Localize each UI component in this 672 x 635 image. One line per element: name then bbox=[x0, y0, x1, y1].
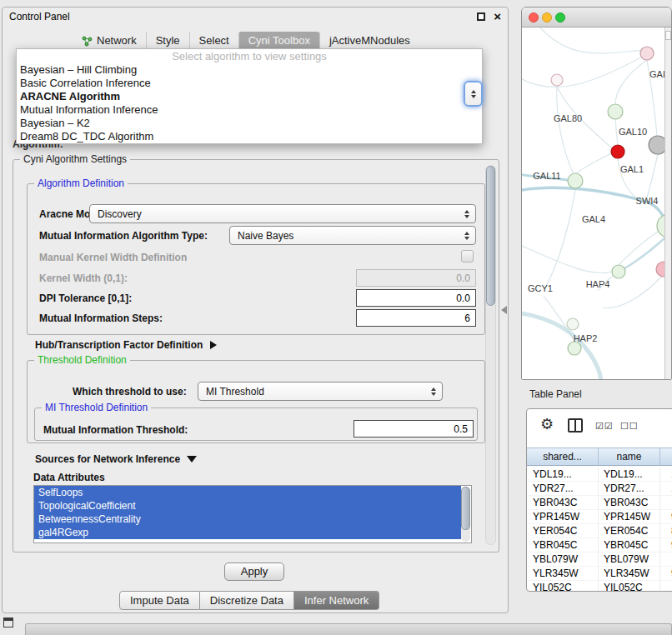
table-panel-title: Table Panel bbox=[529, 388, 582, 400]
zoom-traffic-light[interactable] bbox=[555, 12, 565, 22]
dropdown-item[interactable]: Dream8 DC_TDC Algorithm bbox=[17, 130, 482, 143]
node-label: GAL11 bbox=[533, 171, 560, 181]
column-header-extra[interactable] bbox=[660, 448, 672, 465]
deselect-all-checkbox-icon[interactable]: ☐☐ bbox=[620, 421, 639, 432]
settings-scrollbar[interactable] bbox=[485, 165, 496, 545]
hub-definition-section[interactable]: Hub/Transcription Factor Definition bbox=[35, 339, 217, 351]
dropdown-item[interactable]: Basic Correlation Inference bbox=[17, 77, 482, 90]
table-row[interactable]: YER054C YER054C 8. bbox=[527, 524, 672, 538]
table-row[interactable]: YBR045C YBR045C 9. bbox=[527, 538, 672, 552]
select-all-checkbox-icon[interactable]: ☑☑ bbox=[595, 421, 614, 432]
tab-label: Style bbox=[156, 32, 180, 50]
network-node-gray[interactable] bbox=[649, 136, 666, 154]
settings-gear-icon[interactable]: ⚙ bbox=[540, 415, 554, 433]
list-item[interactable]: gal4RGexp bbox=[34, 526, 461, 539]
manual-kernel-label: Manual Kernel Width Definition bbox=[39, 252, 187, 263]
column-header-shared[interactable]: shared... bbox=[527, 448, 599, 465]
bottom-panel-edge bbox=[25, 623, 672, 635]
network-node[interactable] bbox=[612, 265, 625, 278]
close-traffic-light[interactable] bbox=[529, 12, 539, 22]
apply-button[interactable]: Apply bbox=[224, 562, 284, 581]
mi-steps-input[interactable] bbox=[356, 309, 476, 327]
list-item[interactable]: SelfLoops bbox=[34, 486, 461, 499]
table-row[interactable]: YBR043C YBR043C bbox=[527, 496, 672, 510]
combo-arrows-icon bbox=[464, 232, 469, 240]
dropdown-item[interactable]: Mutual Information Inference bbox=[17, 103, 482, 117]
kernel-width-input[interactable] bbox=[356, 269, 476, 287]
mi-threshold-label: Mutual Information Threshold: bbox=[43, 424, 188, 436]
columns-icon[interactable] bbox=[568, 418, 583, 432]
table-row[interactable]: YDR27... YDR27... 12 bbox=[527, 482, 672, 496]
cell-shared: YPR145W bbox=[527, 510, 599, 523]
table-header-row: shared... name bbox=[527, 448, 672, 466]
scrollbar-thumb[interactable] bbox=[486, 166, 495, 306]
algorithm-combobox-fragment[interactable] bbox=[464, 81, 483, 107]
node-label: HAP2 bbox=[574, 333, 598, 343]
network-node[interactable] bbox=[568, 342, 581, 355]
network-node[interactable] bbox=[608, 104, 623, 119]
table-row[interactable]: YBL079W YBL079W bbox=[527, 552, 672, 567]
table-row[interactable]: YDL19... YDL19... 13 bbox=[527, 468, 672, 482]
mi-threshold-definition-group: MI Threshold Definition Mutual Informati… bbox=[34, 408, 478, 441]
dropdown-item[interactable]: Bayesian – Hill Climbing bbox=[17, 63, 482, 77]
network-scrollbar[interactable] bbox=[664, 28, 671, 379]
threshold-type-select[interactable]: MI Threshold bbox=[198, 382, 443, 401]
desktop: Control Panel × Network Style Select bbox=[0, 0, 672, 635]
splitter-collapse-icon[interactable] bbox=[501, 306, 507, 314]
cell-shared: YDR27... bbox=[527, 482, 599, 495]
close-window-icon[interactable]: × bbox=[494, 9, 501, 24]
mi-algorithm-type-label: Mutual Information Algorithm Type: bbox=[39, 230, 208, 242]
dropdown-placeholder: Select algorithm to view settings bbox=[17, 50, 482, 63]
cell-name: YBL079W bbox=[599, 552, 660, 566]
cell-value: 13 bbox=[660, 468, 672, 481]
list-item[interactable]: TopologicalCoefficient bbox=[34, 499, 461, 512]
sources-section[interactable]: Sources for Network Inference bbox=[35, 453, 197, 465]
node-label: GAL1 bbox=[620, 164, 644, 174]
combo-arrows-icon bbox=[431, 388, 436, 396]
cell-name: YDR27... bbox=[599, 482, 660, 495]
tab-network[interactable]: Network bbox=[73, 32, 146, 50]
list-scrollbar[interactable] bbox=[461, 487, 470, 542]
tab-infer-network[interactable]: Infer Network bbox=[294, 591, 379, 610]
cell-shared: YBL079W bbox=[527, 552, 599, 566]
mi-algorithm-type-select[interactable]: Naive Bayes bbox=[229, 226, 476, 245]
list-item[interactable]: BetweennessCentrality bbox=[34, 512, 461, 526]
minimize-traffic-light[interactable] bbox=[542, 12, 552, 22]
cell-value: 9. bbox=[660, 510, 672, 523]
aracne-mode-select[interactable]: Discovery bbox=[89, 204, 476, 223]
network-node[interactable] bbox=[640, 47, 654, 60]
manual-kernel-checkbox[interactable] bbox=[461, 250, 474, 262]
network-node[interactable] bbox=[551, 74, 563, 86]
mi-threshold-input[interactable] bbox=[354, 420, 474, 438]
table-body: YDL19... YDL19... 13 YDR27... YDR27... 1… bbox=[527, 468, 672, 591]
spinner-up-icon bbox=[471, 90, 476, 93]
tab-cyni-toolbox[interactable]: Cyni Toolbox bbox=[238, 32, 319, 50]
tab-discretize-data[interactable]: Discretize Data bbox=[200, 591, 294, 610]
window-restore-icon[interactable] bbox=[3, 618, 13, 628]
dropdown-item-selected[interactable]: ARACNE Algorithm bbox=[17, 90, 482, 103]
network-node[interactable] bbox=[568, 173, 583, 188]
tab-jactivemnodules[interactable]: jActiveMNodules bbox=[319, 32, 419, 50]
table-row[interactable]: YLR345W YLR345W 9. bbox=[527, 567, 672, 581]
node-label: SWI4 bbox=[636, 196, 659, 206]
dropdown-item[interactable]: Bayesian – K2 bbox=[17, 117, 482, 130]
network-node[interactable] bbox=[567, 318, 579, 330]
tab-style[interactable]: Style bbox=[146, 32, 189, 50]
tab-label: Network bbox=[97, 32, 137, 50]
scrollbar-button[interactable] bbox=[665, 31, 671, 40]
float-window-icon[interactable] bbox=[477, 12, 485, 21]
tab-impute-data[interactable]: Impute Data bbox=[119, 591, 200, 610]
scrollbar-thumb[interactable] bbox=[461, 487, 470, 530]
dpi-tolerance-input[interactable] bbox=[356, 289, 476, 307]
cell-name: YER054C bbox=[599, 524, 660, 538]
tab-select[interactable]: Select bbox=[189, 32, 238, 50]
network-node-red[interactable] bbox=[611, 145, 624, 158]
combo-arrows-icon bbox=[464, 210, 469, 218]
column-header-name[interactable]: name bbox=[599, 448, 660, 465]
data-attributes-label: Data Attributes bbox=[33, 472, 105, 483]
network-view-window: GAL80 GAL10 GAL11 GAL1 SWI4 GAL4 GCY1 HA… bbox=[521, 7, 672, 380]
which-threshold-label: Which threshold to use: bbox=[73, 386, 187, 398]
table-row[interactable]: YPR145W YPR145W 9. bbox=[527, 510, 672, 524]
table-row[interactable]: YIL052C YIL052C bbox=[527, 581, 672, 592]
cell-value bbox=[660, 581, 672, 592]
